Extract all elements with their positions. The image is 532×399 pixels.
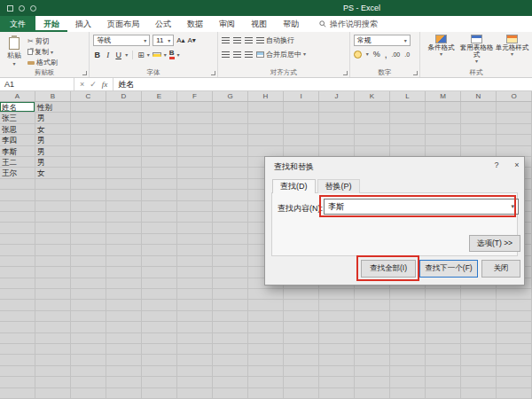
grid-cell[interactable] bbox=[177, 190, 213, 200]
grid-cell[interactable] bbox=[497, 333, 532, 344]
grid-cell[interactable] bbox=[106, 388, 142, 399]
grid-cell[interactable] bbox=[461, 300, 497, 310]
grid-cell[interactable] bbox=[71, 223, 106, 233]
grid-cell[interactable] bbox=[390, 124, 426, 135]
grid-cell[interactable]: 性别 bbox=[35, 102, 71, 113]
grid-cell[interactable] bbox=[248, 388, 284, 399]
grid-cell[interactable] bbox=[142, 388, 177, 399]
grid-cell[interactable] bbox=[213, 113, 248, 123]
grid-cell[interactable] bbox=[497, 355, 532, 365]
grid-cell[interactable] bbox=[35, 245, 71, 255]
grid-cell[interactable] bbox=[461, 377, 497, 387]
grid-cell[interactable] bbox=[284, 311, 319, 322]
grid-cell[interactable] bbox=[0, 311, 35, 322]
grid-cell[interactable] bbox=[248, 377, 284, 387]
grid-cell[interactable] bbox=[426, 333, 461, 344]
ribbon-tab-数据[interactable]: 数据 bbox=[179, 16, 211, 32]
grid-cell[interactable] bbox=[142, 223, 177, 233]
grid-cell[interactable] bbox=[142, 113, 177, 123]
grid-cell[interactable] bbox=[35, 322, 71, 332]
grid-cell[interactable] bbox=[497, 289, 532, 300]
decrease-decimal-button[interactable]: .0 bbox=[404, 51, 410, 58]
grid-cell[interactable] bbox=[426, 322, 461, 332]
grid-cell[interactable] bbox=[177, 300, 213, 310]
grid-cell[interactable] bbox=[71, 135, 106, 145]
grid-cell[interactable] bbox=[71, 168, 106, 178]
grid-cell[interactable] bbox=[177, 278, 213, 289]
redo-icon[interactable] bbox=[30, 5, 36, 12]
grid-cell[interactable] bbox=[213, 168, 248, 178]
grid-cell[interactable] bbox=[248, 322, 284, 332]
grid-cell[interactable] bbox=[0, 289, 35, 300]
grid-cell[interactable] bbox=[142, 124, 177, 135]
grid-cell[interactable] bbox=[71, 146, 106, 157]
grid-cell[interactable] bbox=[319, 300, 355, 310]
grid-cell[interactable] bbox=[0, 388, 35, 399]
grid-cell[interactable] bbox=[0, 267, 35, 278]
grid-cell[interactable]: 李四 bbox=[0, 135, 35, 145]
grid-cell[interactable] bbox=[461, 113, 497, 123]
grid-cell[interactable] bbox=[319, 322, 355, 332]
grid-cell[interactable] bbox=[35, 201, 71, 212]
align-right-icon[interactable] bbox=[245, 51, 253, 58]
grid-cell[interactable] bbox=[106, 333, 142, 344]
grid-cell[interactable] bbox=[35, 355, 71, 365]
ribbon-tab-视图[interactable]: 视图 bbox=[243, 16, 275, 32]
grid-cell[interactable] bbox=[106, 245, 142, 255]
grid-cell[interactable] bbox=[390, 344, 426, 355]
grid-cell[interactable] bbox=[106, 344, 142, 355]
grid-cell[interactable] bbox=[177, 355, 213, 365]
grid-cell[interactable] bbox=[0, 256, 35, 267]
grid-cell[interactable] bbox=[106, 377, 142, 387]
grid-cell[interactable] bbox=[106, 311, 142, 322]
grid-cell[interactable] bbox=[213, 344, 248, 355]
font-color-button[interactable]: B bbox=[169, 50, 175, 59]
ribbon-tab-审阅[interactable]: 审阅 bbox=[211, 16, 243, 32]
grid-cell[interactable] bbox=[284, 322, 319, 332]
grid-cell[interactable] bbox=[71, 245, 106, 255]
grid-cell[interactable] bbox=[213, 311, 248, 322]
formula-input[interactable]: 姓名 bbox=[113, 78, 532, 90]
undo-icon[interactable] bbox=[19, 5, 25, 12]
grid-cell[interactable] bbox=[319, 311, 355, 322]
column-header-C[interactable]: C bbox=[71, 91, 106, 101]
grid-cell[interactable] bbox=[142, 333, 177, 344]
grid-cell[interactable] bbox=[71, 102, 106, 113]
grid-cell[interactable] bbox=[177, 256, 213, 267]
grid-cell[interactable] bbox=[177, 135, 213, 145]
grid-cell[interactable]: 李斯 bbox=[0, 146, 35, 157]
grid-cell[interactable] bbox=[106, 135, 142, 145]
grid-cell[interactable] bbox=[461, 322, 497, 332]
grid-cell[interactable] bbox=[177, 333, 213, 344]
grid-cell[interactable] bbox=[106, 322, 142, 332]
grid-cell[interactable] bbox=[71, 179, 106, 190]
save-icon[interactable] bbox=[7, 5, 13, 12]
grid-cell[interactable] bbox=[71, 234, 106, 245]
ribbon-tab-页面布局[interactable]: 页面布局 bbox=[99, 16, 147, 32]
ribbon-tab-公式[interactable]: 公式 bbox=[147, 16, 179, 32]
grid-cell[interactable] bbox=[177, 377, 213, 387]
ribbon-tab-插入[interactable]: 插入 bbox=[67, 16, 99, 32]
grid-cell[interactable] bbox=[461, 135, 497, 145]
grid-cell[interactable] bbox=[390, 388, 426, 399]
grid-cell[interactable] bbox=[355, 300, 390, 310]
grid-cell[interactable] bbox=[35, 190, 71, 200]
ribbon-tab-file[interactable]: 文件 bbox=[0, 16, 35, 32]
grid-cell[interactable] bbox=[35, 388, 71, 399]
grid-cell[interactable] bbox=[248, 355, 284, 365]
grid-cell[interactable] bbox=[355, 289, 390, 300]
grid-cell[interactable] bbox=[497, 300, 532, 310]
styles-button[interactable]: 套用表格格式▾ bbox=[459, 35, 494, 67]
grid-cell[interactable] bbox=[461, 311, 497, 322]
grid-cell[interactable] bbox=[35, 300, 71, 310]
grid-cell[interactable] bbox=[426, 366, 461, 377]
grid-cell[interactable] bbox=[355, 344, 390, 355]
find-next-button[interactable]: 查找下一个(F) bbox=[419, 260, 478, 278]
dialog-titlebar[interactable]: 查找和替换 ? × bbox=[265, 157, 524, 175]
grid-cell[interactable] bbox=[319, 333, 355, 344]
grid-cell[interactable] bbox=[35, 289, 71, 300]
grid-cell[interactable] bbox=[71, 333, 106, 344]
grid-cell[interactable] bbox=[0, 322, 35, 332]
grid-cell[interactable] bbox=[142, 322, 177, 332]
grid-cell[interactable] bbox=[319, 344, 355, 355]
